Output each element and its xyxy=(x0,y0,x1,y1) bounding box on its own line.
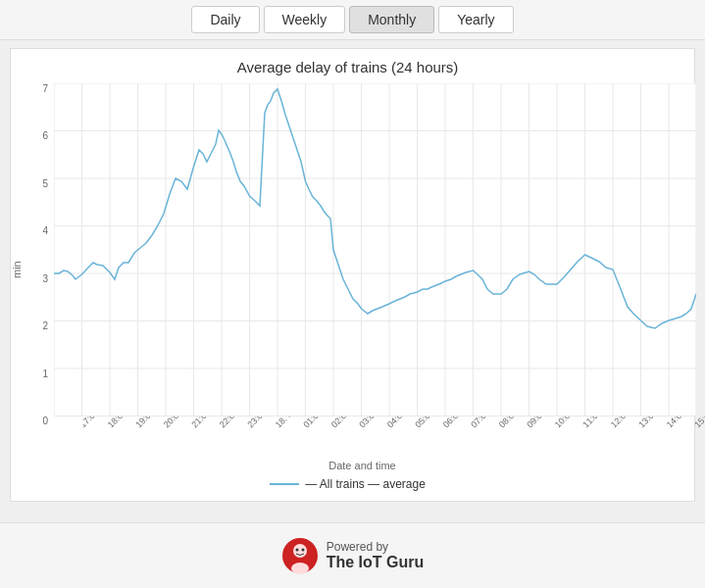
x-axis-label: Date and time xyxy=(40,460,684,471)
svg-text:17:00: 17:00 xyxy=(83,416,100,429)
svg-text:18. Sep: 18. Sep xyxy=(274,416,302,429)
svg-text:23:00: 23:00 xyxy=(245,416,268,429)
chart-container: Average delay of trains (24 hours) min 7… xyxy=(10,48,695,502)
svg-text:04:00: 04:00 xyxy=(385,416,408,429)
y-axis-label: min xyxy=(11,83,23,456)
svg-text:11:00: 11:00 xyxy=(580,416,603,429)
svg-point-57 xyxy=(291,563,309,574)
train-delay-line xyxy=(54,89,696,328)
svg-text:21:00: 21:00 xyxy=(189,416,212,429)
chart-title: Average delay of trains (24 hours) xyxy=(11,59,684,75)
legend-line-icon xyxy=(270,483,299,485)
svg-text:09:00: 09:00 xyxy=(525,416,547,429)
svg-text:05:00: 05:00 xyxy=(413,416,435,429)
svg-text:20:00: 20:00 xyxy=(162,416,184,429)
svg-text:12:00: 12:00 xyxy=(609,416,631,429)
legend: — All trains — average xyxy=(11,477,684,491)
svg-text:06:00: 06:00 xyxy=(441,416,464,429)
tab-daily[interactable]: Daily xyxy=(191,6,259,33)
footer-powered-by: Powered by xyxy=(327,540,425,554)
tab-yearly[interactable]: Yearly xyxy=(438,6,513,33)
legend-label: — All trains — average xyxy=(305,477,426,491)
svg-text:13:00: 13:00 xyxy=(636,416,659,429)
chart-plot: 17:00 18:00 19:00 20:00 21:00 22:00 23:0… xyxy=(54,83,705,456)
svg-text:03:00: 03:00 xyxy=(357,416,379,429)
svg-text:18:00: 18:00 xyxy=(106,416,128,429)
x-axis-svg: 17:00 18:00 19:00 20:00 21:00 22:00 23:0… xyxy=(83,416,705,458)
x-axis-labels: 17:00 18:00 19:00 20:00 21:00 22:00 23:0… xyxy=(83,416,705,456)
svg-text:19:00: 19:00 xyxy=(133,416,156,429)
svg-text:07:00: 07:00 xyxy=(469,416,491,429)
top-bar: Daily Weekly Monthly Yearly xyxy=(0,0,705,40)
footer-logo-icon xyxy=(281,537,319,574)
svg-text:14:00: 14:00 xyxy=(665,416,687,429)
svg-point-58 xyxy=(295,549,298,552)
footer: Powered by The IoT Guru xyxy=(0,522,705,588)
svg-text:15:00: 15:00 xyxy=(692,416,705,429)
svg-text:08:00: 08:00 xyxy=(497,416,520,429)
footer-text: Powered by The IoT Guru xyxy=(327,540,425,571)
svg-text:10:00: 10:00 xyxy=(553,416,576,429)
svg-text:02:00: 02:00 xyxy=(329,416,352,429)
svg-text:22:00: 22:00 xyxy=(218,416,240,429)
tab-weekly[interactable]: Weekly xyxy=(264,6,346,33)
y-axis: 7 6 5 4 3 2 1 0 xyxy=(25,83,52,426)
tab-monthly[interactable]: Monthly xyxy=(349,6,434,33)
svg-point-59 xyxy=(301,549,304,552)
svg-text:01:00: 01:00 xyxy=(301,416,324,429)
chart-svg xyxy=(54,83,696,416)
footer-brand-name: The IoT Guru xyxy=(327,554,425,571)
